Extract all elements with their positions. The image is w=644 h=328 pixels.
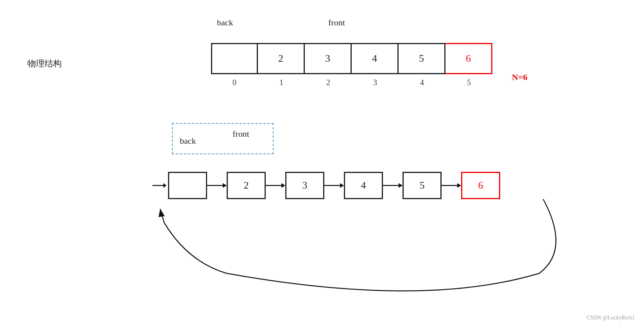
svg-marker-3 (223, 183, 227, 188)
index-label: 1 (258, 78, 305, 87)
index-label: 5 (445, 78, 492, 87)
linked-node: 6 (461, 172, 500, 199)
linked-node (168, 172, 207, 199)
array-cell: 6 (445, 43, 492, 74)
arrow-between (442, 181, 461, 190)
linked-node: 2 (227, 172, 266, 199)
svg-marker-9 (399, 183, 402, 188)
label-back-top: back (217, 18, 233, 28)
index-label: 2 (305, 78, 352, 87)
label-n6: N=6 (512, 72, 527, 82)
label-front-linked: front (233, 129, 249, 139)
linked-list-container: 2 3 4 5 6 (152, 172, 500, 199)
index-label: 4 (399, 78, 445, 87)
physical-structure-label: 物理结构 (27, 58, 62, 70)
watermark: CSDN @LuckyRich1 (587, 315, 635, 321)
linked-node: 3 (285, 172, 324, 199)
arrow-between (324, 181, 344, 190)
linked-node: 5 (402, 172, 442, 199)
array-cell: 3 (305, 43, 352, 74)
label-front-top: front (328, 18, 345, 28)
array-cell: 5 (399, 43, 445, 74)
array-cell: 4 (352, 43, 399, 74)
linked-node: 4 (344, 172, 383, 199)
array-container: 23456 (211, 43, 492, 74)
arrow-in (152, 181, 166, 190)
arrow-between (207, 181, 227, 190)
svg-marker-5 (281, 183, 285, 188)
diagram-container: 物理结构 back front N=6 23456 012345 back fr… (0, 0, 644, 328)
array-cell: 2 (258, 43, 305, 74)
index-label: 0 (211, 78, 258, 87)
label-back-linked: back (180, 136, 196, 146)
svg-marker-1 (163, 183, 166, 188)
arrow-between (266, 181, 285, 190)
svg-marker-11 (457, 183, 461, 188)
index-label: 3 (352, 78, 399, 87)
svg-marker-12 (157, 209, 165, 217)
array-cell (211, 43, 258, 74)
svg-marker-7 (340, 183, 344, 188)
arrow-between (383, 181, 402, 190)
index-row: 012345 (211, 78, 492, 87)
